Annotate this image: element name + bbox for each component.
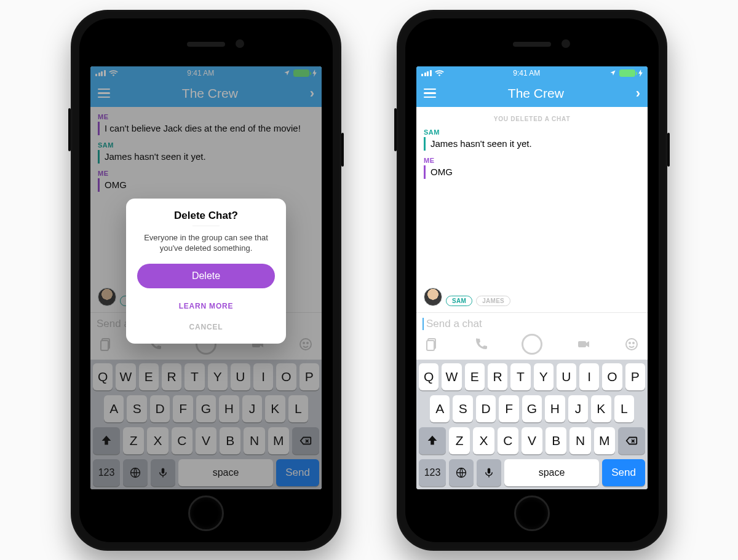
front-camera [236,39,244,48]
chat-navbar: The Crew › [416,80,648,107]
chat-thread[interactable]: YOU DELETED A CHAT SAM James hasn't seen… [416,107,648,312]
phone-icon[interactable] [474,337,488,352]
home-button[interactable] [514,495,550,531]
screen-left: 9:41 AM The Crew › ME I can't believe Ja… [90,66,322,489]
key-i[interactable]: I [579,363,599,390]
kbd-row-1: QWERTYUIOP [419,363,645,390]
presence-pill: SAM [446,296,472,306]
presence-pill: JAMES [476,296,510,306]
message-text: James hasn't seen it yet. [424,137,640,151]
compose-controls [423,330,641,356]
camera-shutter-icon[interactable] [522,334,542,355]
kbd-row-2: ASDFGHJKL [419,395,645,422]
key-n[interactable]: N [569,427,590,454]
key-u[interactable]: U [557,363,576,390]
key-backspace[interactable] [618,427,645,454]
keyboard: QWERTYUIOP ASDFGHJKL ZXCVBNM 123 space S… [416,360,648,489]
key-globe[interactable] [449,459,474,486]
compose-input[interactable] [423,318,641,330]
key-space[interactable]: space [504,459,599,486]
key-v[interactable]: V [522,427,542,454]
location-icon [609,69,616,76]
modal-body: Everyone in the group can see that you'v… [141,232,271,254]
key-s[interactable]: S [453,395,472,422]
emoji-icon[interactable] [624,337,639,352]
key-o[interactable]: O [602,363,622,390]
kbd-row-bottom: 123 space Send [419,459,645,486]
learn-more-link[interactable]: LEARN MORE [137,296,275,317]
svg-point-12 [629,342,630,344]
delete-chat-modal: Delete Chat? Everyone in the group can s… [126,199,286,344]
sender-label: ME [424,157,640,164]
key-k[interactable]: K [591,395,611,422]
key-r[interactable]: R [488,363,507,390]
speaker-grille [513,42,551,47]
phone-right: 9:41 AM The Crew › YOU DELETED A CHAT SA… [397,10,667,551]
key-z[interactable]: Z [449,427,470,454]
key-x[interactable]: X [473,427,494,454]
signal-icon [421,70,432,76]
charging-icon [638,69,643,77]
key-l[interactable]: L [614,395,634,422]
key-mic[interactable] [477,459,501,486]
chevron-right-icon[interactable]: › [636,85,640,101]
modal-title: Delete Chat? [137,210,275,222]
key-e[interactable]: E [465,363,485,390]
key-123[interactable]: 123 [419,459,446,486]
compose-bar [416,312,648,360]
kbd-row-3: ZXCVBNM [419,427,645,454]
chat-title: The Crew [508,86,564,101]
key-f[interactable]: F [499,395,518,422]
cancel-button[interactable]: CANCEL [137,317,275,337]
key-q[interactable]: Q [419,363,438,390]
key-p[interactable]: P [625,363,645,390]
modal-backdrop[interactable]: Delete Chat? Everyone in the group can s… [90,66,322,489]
video-icon[interactable] [576,337,591,352]
mic-icon [483,467,494,479]
delete-button[interactable]: Delete [137,264,275,288]
avatar [424,288,442,306]
key-g[interactable]: G [522,395,542,422]
system-message: YOU DELETED A CHAT [424,116,640,122]
sender-label: SAM [424,128,640,136]
key-t[interactable]: T [510,363,530,390]
key-send[interactable]: Send [602,459,645,486]
key-m[interactable]: M [594,427,615,454]
key-y[interactable]: Y [534,363,554,390]
wifi-icon [435,69,444,76]
key-h[interactable]: H [545,395,565,422]
presence-row: SAM JAMES [424,288,640,310]
key-shift[interactable] [419,427,446,454]
svg-point-11 [626,339,637,350]
status-time: 9:41 AM [513,69,540,77]
svg-rect-15 [488,468,491,473]
front-camera [561,39,570,48]
svg-rect-10 [578,341,586,347]
globe-icon [455,467,467,479]
svg-point-13 [633,342,634,344]
key-d[interactable]: D [476,395,496,422]
phone-left: 9:41 AM The Crew › ME I can't believe Ja… [71,10,341,551]
shift-icon [426,434,439,448]
screen-right: 9:41 AM The Crew › YOU DELETED A CHAT SA… [416,66,648,489]
key-j[interactable]: J [568,395,588,422]
status-bar: 9:41 AM [416,66,648,80]
message[interactable]: SAM James hasn't seen it yet. [424,128,640,151]
message-text: OMG [424,165,640,179]
battery-icon [619,69,635,77]
message[interactable]: ME OMG [424,157,640,179]
menu-icon[interactable] [424,89,436,98]
key-a[interactable]: A [430,395,450,422]
key-c[interactable]: C [498,427,518,454]
home-button[interactable] [188,495,224,531]
key-b[interactable]: B [546,427,566,454]
speaker-grille [187,42,225,47]
gallery-icon[interactable] [425,337,440,352]
backspace-icon [625,434,638,448]
key-w[interactable]: W [442,363,461,390]
svg-rect-9 [427,341,434,350]
